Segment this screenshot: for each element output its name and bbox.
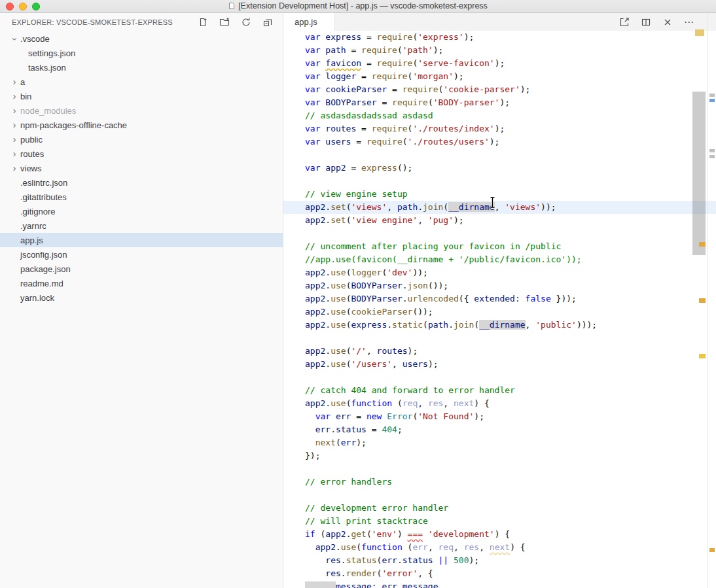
code-line-16[interactable] <box>283 227 716 240</box>
tree-item-readme.md[interactable]: readme.md <box>0 276 283 290</box>
code-token <box>305 581 336 588</box>
code-line-15[interactable]: app2.set('view engine', 'pug'); <box>283 214 716 227</box>
code-line-27[interactable] <box>283 371 716 384</box>
code-line-12[interactable] <box>283 175 716 188</box>
code-token: 'development' <box>428 529 495 539</box>
tree-item-npm-packages-offline-cache[interactable]: ›npm-packages-offline-cache <box>0 118 283 132</box>
code-token: , <box>418 215 428 225</box>
code-line-1[interactable]: var express = require('express'); <box>283 31 716 44</box>
code-line-34[interactable] <box>283 462 716 476</box>
code-token: . <box>325 398 331 408</box>
new-folder-button[interactable] <box>219 16 230 28</box>
code-line-7[interactable]: // asdasdasdadssad asdasd <box>283 109 716 122</box>
chevron-icon: › <box>9 134 20 145</box>
code-token: ( <box>474 320 479 330</box>
code-line-13[interactable]: // view engine setup <box>283 188 716 201</box>
code-token: express <box>351 320 387 330</box>
code-line-39[interactable]: if (app2.get('env') === 'development') { <box>283 528 716 541</box>
code-token: 'pug' <box>428 215 454 225</box>
collapse-folders-button[interactable] <box>262 16 274 28</box>
code-line-20[interactable]: app2.use(BODYParser.json()); <box>283 279 716 292</box>
code-line-26[interactable]: app2.use('/users', users); <box>283 358 716 371</box>
code-line-22[interactable]: app2.use(cookieParser()); <box>283 305 716 319</box>
new-file-button[interactable] <box>197 16 209 28</box>
code-line-8[interactable]: var routes = require('./routes/index'); <box>283 122 716 135</box>
code-token: = <box>377 97 392 107</box>
code-line-19[interactable]: app2.use(logger('dev')); <box>283 266 716 279</box>
code-line-32[interactable]: next(err); <box>283 436 716 449</box>
code-line-4[interactable]: var logger = require('morgan'); <box>283 70 716 83</box>
code-line-40[interactable]: app2.use(function (err, req, res, next) … <box>283 541 716 554</box>
code-line-10[interactable] <box>283 148 716 162</box>
code-line-35[interactable]: // error handlers <box>283 476 716 489</box>
code-line-28[interactable]: // catch 404 and forward to error handle… <box>283 384 716 397</box>
code-line-31[interactable]: err.status = 404; <box>283 423 716 436</box>
tree-item-node_modules[interactable]: ›node_modules <box>0 103 283 118</box>
code-line-5[interactable]: var cookieParser = require('cookie-parse… <box>283 83 716 96</box>
tree-item-app.js[interactable]: app.js <box>0 233 283 247</box>
code-token: get <box>351 529 366 539</box>
code-token: err <box>341 438 356 447</box>
code-line-9[interactable]: var users = require('./routes/users'); <box>283 135 716 148</box>
code-line-37[interactable]: // development error handler <box>283 502 716 515</box>
code-line-14[interactable]: app2.set('views', path.join(__dirname, '… <box>283 201 716 214</box>
tree-item-routes[interactable]: ›routes <box>0 147 283 161</box>
code-line-30[interactable]: var err = new Error('Not Found'); <box>283 410 716 423</box>
code-line-41[interactable]: res.status(err.status || 500); <box>283 554 716 567</box>
tree-item-views[interactable]: ›views <box>0 161 283 175</box>
code-token: use <box>331 359 346 369</box>
code-line-43[interactable]: message: err.message <box>283 580 716 588</box>
code-line-3[interactable]: var favicon = require('serve-favicon'); <box>283 57 716 70</box>
code-token: // view engine setup <box>305 189 408 199</box>
code-token: = <box>346 45 361 55</box>
tree-item-.yarnrc[interactable]: .yarnrc <box>0 218 283 233</box>
code-token: message <box>336 581 372 588</box>
tree-item-jsconfig.json[interactable]: jsconfig.json <box>0 247 283 262</box>
vertical-scrollbar-thumb[interactable] <box>692 92 706 255</box>
code-line-24[interactable] <box>283 332 716 345</box>
tab-app-js[interactable]: app.js <box>283 13 335 31</box>
code-token: ( <box>403 137 408 147</box>
code-line-23[interactable]: app2.use(express.static(path.join(__dirn… <box>283 319 716 332</box>
tree-item-public[interactable]: ›public <box>0 132 283 147</box>
tree-item-package.json[interactable]: package.json <box>0 262 283 276</box>
tree-item-.vscode[interactable]: ›.vscode <box>0 31 283 46</box>
code-token: . <box>403 281 408 290</box>
code-token: ( <box>336 438 341 447</box>
code-line-2[interactable]: var path = require('path'); <box>283 44 716 57</box>
chevron-icon: › <box>9 148 20 159</box>
code-line-21[interactable]: app2.use(BODYParser.urlencoded({ extende… <box>283 292 716 305</box>
code-token: ); <box>428 359 439 369</box>
tree-item-a[interactable]: ›a <box>0 75 283 89</box>
tree-item-.gitattributes[interactable]: .gitattributes <box>0 190 283 204</box>
tree-item-.gitignore[interactable]: .gitignore <box>0 204 283 218</box>
refresh-explorer-button[interactable] <box>240 16 252 28</box>
tree-item-yarn.lock[interactable]: yarn.lock <box>0 290 283 305</box>
code-token: set <box>331 202 346 212</box>
tree-item-bin[interactable]: ›bin <box>0 89 283 103</box>
tree-item-.eslintrc.json[interactable]: .eslintrc.json <box>0 175 283 190</box>
code-line-18[interactable]: //app.use(favicon(__dirname + '/public/f… <box>283 253 716 266</box>
tree-item-settings.json[interactable]: settings.json <box>0 46 283 60</box>
code-line-38[interactable]: // will print stacktrace <box>283 515 716 528</box>
explorer-sidebar: EXPLORER: VSCODE-SMOKETEST-EXPRESS <box>0 13 283 588</box>
code-line-11[interactable]: var app2 = express(); <box>283 162 716 175</box>
code-token: )); <box>541 202 556 212</box>
code-token: app2 <box>305 202 325 212</box>
code-line-6[interactable]: var BODYParser = require('BODY-parser'); <box>283 96 716 109</box>
workbench: EXPLORER: VSCODE-SMOKETEST-EXPRESS <box>0 13 716 588</box>
code-token: var <box>305 84 325 94</box>
open-changes-button[interactable] <box>618 16 630 28</box>
code-line-33[interactable]: }); <box>283 449 716 462</box>
close-editor-button[interactable] <box>662 16 673 28</box>
code-line-25[interactable]: app2.use('/', routes); <box>283 345 716 358</box>
split-editor-button[interactable] <box>640 16 652 28</box>
code-line-42[interactable]: res.render('error', { <box>283 567 716 580</box>
code-line-29[interactable]: app2.use(function (req, res, next) { <box>283 397 716 410</box>
code-line-17[interactable]: // uncomment after placing your favicon … <box>283 240 716 253</box>
code-line-36[interactable] <box>283 489 716 502</box>
tree-item-label: tasks.json <box>27 63 66 73</box>
tree-item-tasks.json[interactable]: tasks.json <box>0 60 283 75</box>
more-actions-button[interactable]: ⋯ <box>683 16 695 28</box>
code-token: . <box>331 424 336 434</box>
